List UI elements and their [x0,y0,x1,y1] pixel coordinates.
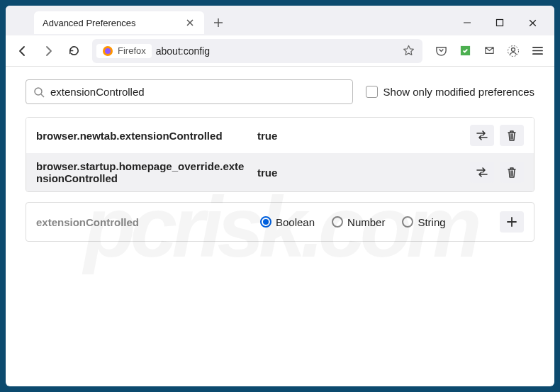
radio-label: Boolean [276,216,315,228]
pref-value: true [257,167,461,179]
radio-icon [402,216,413,228]
radio-number[interactable]: Number [332,216,385,228]
new-pref-name: extensionControlled [36,216,249,228]
url-identity[interactable]: Firefox [96,44,152,58]
minimize-button[interactable] [452,11,482,34]
toggle-button[interactable] [470,162,494,183]
window-controls [452,11,554,34]
maximize-button[interactable] [485,11,515,34]
radio-label: Number [347,216,385,228]
nav-bar: Firefox about:config [6,35,554,67]
new-tab-button[interactable] [208,13,228,33]
menu-icon[interactable] [526,40,549,62]
pref-value: true [257,130,461,142]
delete-button[interactable] [500,162,524,183]
bookmark-star-icon[interactable] [398,41,418,61]
url-bar[interactable]: Firefox about:config [92,39,422,63]
radio-icon [332,216,343,228]
content-area: pcrisk.com Show only modified preference… [6,67,554,386]
radio-boolean[interactable]: Boolean [260,216,315,228]
search-icon [33,86,45,98]
type-radio-group: Boolean Number String [260,216,488,228]
radio-label: String [418,216,445,228]
checkbox-icon [366,86,378,98]
add-button[interactable] [500,211,524,233]
delete-button[interactable] [500,125,524,146]
search-row: Show only modified preferences [26,79,534,104]
reload-button[interactable] [62,40,85,62]
radio-icon [260,216,271,228]
pref-row: browser.newtab.extensionControlled true [26,118,534,153]
svg-point-6 [35,88,42,95]
search-box[interactable] [26,79,353,104]
back-button[interactable] [11,40,34,62]
checkbox-label: Show only modified preferences [383,86,534,98]
svg-point-2 [105,48,111,54]
pref-row: browser.startup.homepage_override.extens… [26,153,534,191]
firefox-icon [102,45,113,57]
url-identity-label: Firefox [118,45,146,56]
search-input[interactable] [50,86,345,98]
radio-string[interactable]: String [402,216,445,228]
tab-bar: Advanced Preferences [6,6,554,35]
toggle-button[interactable] [470,125,494,146]
svg-point-5 [512,47,515,51]
close-button[interactable] [517,11,547,34]
prefs-list: browser.newtab.extensionControlled true … [26,117,534,192]
inbox-icon[interactable] [478,40,500,62]
url-text: about:config [156,45,394,57]
browser-window: Advanced Preferences Firefox about:confi… [6,6,554,386]
tab-title: Advanced Preferences [43,18,136,28]
svg-rect-0 [497,20,503,26]
account-icon[interactable] [502,40,525,62]
extension-icon[interactable] [454,40,476,62]
show-modified-checkbox[interactable]: Show only modified preferences [366,86,534,98]
pocket-icon[interactable] [430,40,452,62]
tab-active[interactable]: Advanced Preferences [34,11,204,34]
close-icon[interactable] [184,17,196,28]
pref-name: browser.newtab.extensionControlled [36,130,249,142]
forward-button[interactable] [37,40,60,62]
toolbar-icons [430,40,549,62]
pref-name: browser.startup.homepage_override.extens… [36,160,249,184]
new-pref-row: extensionControlled Boolean Number Strin… [26,202,534,242]
